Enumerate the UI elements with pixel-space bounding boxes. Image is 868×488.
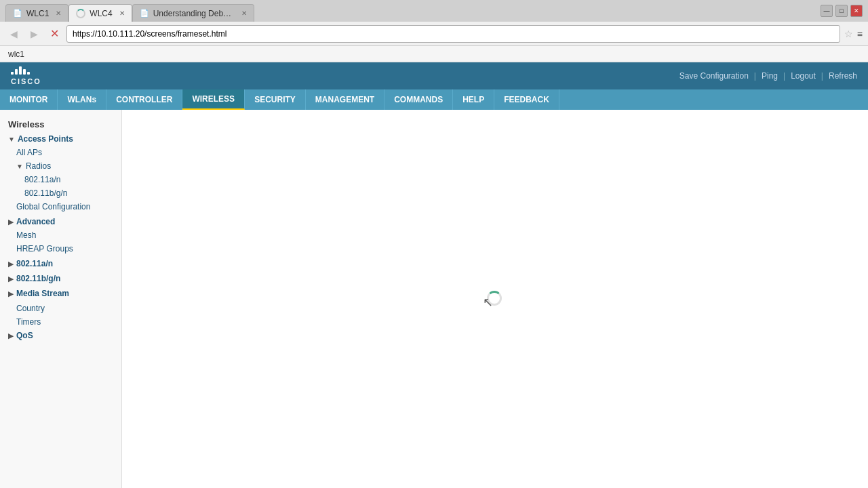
sidebar-item-radios[interactable]: ▼ Radios [0,159,121,173]
sidebar-item-label: Timers [16,317,41,327]
logout-link[interactable]: Logout [791,71,816,81]
sidebar-item-label: Radios [26,161,51,171]
collapse-arrow-icon: ▶ [8,218,14,226]
sidebar-item-timers[interactable]: Timers [0,315,121,329]
sidebar-section-qos: ▶ QoS [0,329,121,342]
nav-controller[interactable]: CONTROLLER [106,89,182,110]
sidebar-item-label: 802.11a/n [24,175,60,184]
expand-arrow-icon: ▶ [8,332,14,340]
sidebar-item-label: QoS [16,331,33,340]
reload-button[interactable]: ✕ [46,26,62,42]
sidebar-item-label: All APs [16,148,42,157]
save-configuration-link[interactable]: Save Configuration [679,71,749,81]
bookmark-star-icon[interactable]: ☆ [844,28,853,39]
main-content: ↖ [122,110,868,488]
bookmark-bar: wlc1 [0,46,868,62]
logo-bar [19,66,22,75]
sidebar-item-media-stream[interactable]: ▶ Media Stream [0,287,121,300]
maximize-button[interactable]: □ [835,5,848,17]
refresh-link[interactable]: Refresh [829,71,857,81]
sidebar-section-80211an: ▶ 802.11a/n [0,257,121,270]
nav-help[interactable]: HELP [453,89,494,110]
sidebar-section-80211bgn: ▶ 802.11b/g/n [0,272,121,285]
sidebar-item-all-aps[interactable]: All APs [0,146,121,159]
tab-close-button[interactable]: ✕ [56,9,61,17]
tab-page-icon: 📄 [13,9,22,18]
tab-debug[interactable]: 📄 Understanding Debug Cl… ✕ [132,4,254,22]
top-bar: CISCO Save Configuration | Ping | Logout… [0,62,868,89]
nav-wireless[interactable]: WIRELESS [182,89,245,110]
sidebar: Wireless ▼ Access Points All APs ▼ Radio… [0,110,122,488]
app-area: CISCO Save Configuration | Ping | Logout… [0,62,868,488]
main-nav: MONITOR WLANs CONTROLLER WIRELESS SECURI… [0,89,868,110]
cisco-logo-icon: CISCO [11,66,41,85]
sidebar-item-label: Country [16,304,45,313]
sidebar-item-hreap-groups[interactable]: HREAP Groups [0,242,121,256]
sidebar-item-global-configuration[interactable]: Global Configuration [0,200,121,214]
tab-close-button[interactable]: ✕ [241,9,247,17]
content-area: Wireless ▼ Access Points All APs ▼ Radio… [0,110,868,488]
close-button[interactable]: ✕ [850,5,863,17]
tab-loading-spinner [76,9,85,18]
sidebar-item-label: Advanced [16,217,55,226]
nav-feedback[interactable]: FEEDBACK [494,89,559,110]
sidebar-item-80211bgn-section[interactable]: ▶ 802.11b/g/n [0,272,121,285]
logo-bar [11,72,14,75]
nav-security[interactable]: SECURITY [245,89,306,110]
tabs-area: 📄 WLC1 ✕ WLC4 ✕ 📄 Understanding Debug Cl… [5,0,821,22]
sidebar-item-80211an-radio[interactable]: 802.11a/n [0,173,121,186]
cisco-text: CISCO [11,77,41,85]
sidebar-item-access-points[interactable]: ▼ Access Points [0,132,121,146]
tab-wlc4[interactable]: WLC4 ✕ [68,4,132,22]
sidebar-item-label: 802.11a/n [16,259,53,268]
ping-link[interactable]: Ping [762,71,778,81]
top-actions: Save Configuration | Ping | Logout | Ref… [679,71,857,81]
mouse-cursor: ↖ [483,295,493,310]
logo-bar [15,69,18,75]
sidebar-item-label: 802.11b/g/n [16,274,60,283]
sidebar-item-advanced[interactable]: ▶ Advanced [0,215,121,228]
tab-wlc1[interactable]: 📄 WLC1 ✕ [5,4,68,22]
browser-chrome: 📄 WLC1 ✕ WLC4 ✕ 📄 Understanding Debug Cl… [0,0,868,62]
tab-close-button[interactable]: ✕ [119,9,125,17]
loading-area: ↖ [487,291,503,307]
tab-page-icon: 📄 [140,9,149,18]
sidebar-title: Wireless [0,115,121,132]
collapse-arrow-icon: ▼ [16,163,23,170]
expand-arrow-icon: ▶ [8,275,14,283]
tab-label: WLC4 [90,9,112,18]
nav-wlans[interactable]: WLANs [58,89,106,110]
forward-button[interactable]: ▶ [26,26,42,42]
browser-menu-icon[interactable]: ≡ [857,28,863,39]
collapse-arrow-icon: ▼ [8,136,15,143]
sidebar-section-media-stream: ▶ Media Stream [0,287,121,300]
sidebar-item-label: 802.11b/g/n [24,188,67,198]
tab-label: WLC1 [26,9,49,18]
logo-bar [23,69,26,75]
sidebar-item-80211an-section[interactable]: ▶ 802.11a/n [0,257,121,270]
cisco-logo-bars [11,66,41,75]
expand-arrow-icon: ▶ [8,290,14,298]
expand-arrow-icon: ▶ [8,260,14,268]
nav-commands[interactable]: COMMANDS [384,89,453,110]
sidebar-section-access-points: ▼ Access Points All APs ▼ Radios 802.11a… [0,132,121,214]
nav-bar: ◀ ▶ ✕ ☆ ≡ [0,22,868,46]
tab-label: Understanding Debug Cl… [153,9,235,18]
sidebar-item-label: Mesh [16,230,36,240]
address-input[interactable] [73,29,834,39]
sidebar-item-80211bgn-radio[interactable]: 802.11b/g/n [0,186,121,200]
minimize-button[interactable]: — [821,5,833,17]
title-bar: 📄 WLC1 ✕ WLC4 ✕ 📄 Understanding Debug Cl… [0,0,868,22]
sidebar-section-advanced: ▶ Advanced Mesh HREAP Groups [0,215,121,256]
nav-management[interactable]: MANAGEMENT [306,89,384,110]
sidebar-item-country[interactable]: Country [0,302,121,315]
back-button[interactable]: ◀ [5,26,22,42]
bookmark-wlc1[interactable]: wlc1 [5,49,27,59]
sidebar-item-mesh[interactable]: Mesh [0,228,121,242]
nav-monitor[interactable]: MONITOR [0,89,58,110]
logo-bar [27,72,30,75]
window-controls: — □ ✕ [821,5,863,17]
sidebar-item-qos[interactable]: ▶ QoS [0,329,121,342]
sidebar-item-label: Global Configuration [16,202,90,211]
address-bar[interactable] [66,25,840,43]
